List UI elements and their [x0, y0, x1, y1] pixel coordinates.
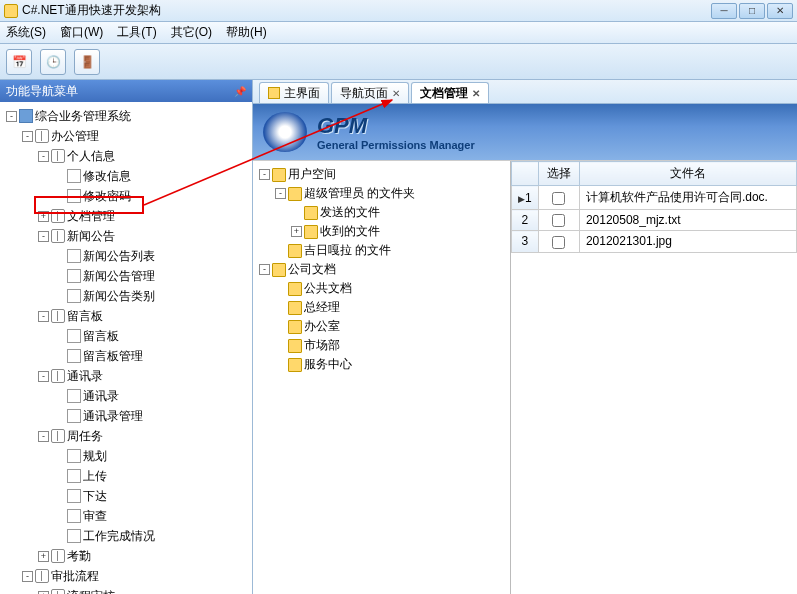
- banner-title: GPM: [317, 113, 475, 139]
- tree-item[interactable]: 新闻公告类别: [54, 286, 250, 306]
- tab-label: 文档管理: [420, 85, 468, 102]
- menu-other[interactable]: 其它(O): [171, 24, 212, 41]
- tree-expander-icon[interactable]: +: [38, 591, 49, 595]
- tree-item[interactable]: 服务中心: [275, 355, 508, 374]
- menu-tools[interactable]: 工具(T): [117, 24, 156, 41]
- tree-item[interactable]: 吉日嘎拉 的文件: [275, 241, 508, 260]
- tree-expander-icon[interactable]: -: [38, 431, 49, 442]
- book-icon: [51, 369, 65, 383]
- tree-item[interactable]: 新闻公告管理: [54, 266, 250, 286]
- tree-expander-icon[interactable]: -: [259, 264, 270, 275]
- table-row[interactable]: 32012021301.jpg: [512, 231, 797, 252]
- file-table-wrap: 选择文件名1计算机软件产品使用许可合同.doc.220120508_mjz.tx…: [511, 161, 797, 594]
- table-row[interactable]: 1计算机软件产品使用许可合同.doc.: [512, 186, 797, 210]
- file-icon: [67, 249, 81, 263]
- tree-item[interactable]: -公司文档: [259, 260, 508, 279]
- pin-icon[interactable]: 📌: [234, 86, 246, 97]
- tree-item[interactable]: 市场部: [275, 336, 508, 355]
- tree-item[interactable]: 新闻公告列表: [54, 246, 250, 266]
- tree-expander-icon[interactable]: -: [22, 131, 33, 142]
- tree-item[interactable]: -个人信息: [38, 146, 250, 166]
- menu-help[interactable]: 帮助(H): [226, 24, 267, 41]
- tree-expander-icon[interactable]: -: [38, 151, 49, 162]
- row-checkbox[interactable]: [552, 236, 565, 249]
- tab[interactable]: 主界面: [259, 82, 329, 103]
- exit-icon[interactable]: 🚪: [74, 49, 100, 75]
- tree-item[interactable]: -办公管理: [22, 126, 250, 146]
- toolbar: 📅 🕒 🚪: [0, 44, 797, 80]
- tab-close-icon[interactable]: ✕: [472, 88, 480, 99]
- menu-window[interactable]: 窗口(W): [60, 24, 103, 41]
- tree-item[interactable]: 通讯录: [54, 386, 250, 406]
- tree-expander-icon[interactable]: -: [6, 111, 17, 122]
- tree-item[interactable]: +收到的文件: [291, 222, 508, 241]
- cell-filename: 计算机软件产品使用许可合同.doc.: [579, 186, 796, 210]
- tree-item[interactable]: 公共文档: [275, 279, 508, 298]
- folder-icon: [304, 225, 318, 239]
- column-header[interactable]: 文件名: [579, 162, 796, 186]
- tree-item[interactable]: 修改信息: [54, 166, 250, 186]
- tree-expander-icon[interactable]: -: [275, 188, 286, 199]
- row-selector-icon: [518, 191, 525, 205]
- tree-item[interactable]: +考勤: [38, 546, 250, 566]
- tab-close-icon[interactable]: ✕: [392, 88, 400, 99]
- book-icon: [51, 589, 65, 594]
- menu-system[interactable]: 系统(S): [6, 24, 46, 41]
- row-checkbox[interactable]: [552, 192, 565, 205]
- tree-item[interactable]: 审查: [54, 506, 250, 526]
- tree-item[interactable]: +文档管理: [38, 206, 250, 226]
- row-checkbox[interactable]: [552, 214, 565, 227]
- tree-expander-icon[interactable]: +: [38, 551, 49, 562]
- tree-item[interactable]: +流程审核: [38, 586, 250, 594]
- tree-expander-icon[interactable]: +: [38, 211, 49, 222]
- tree-label: 吉日嘎拉 的文件: [304, 242, 391, 259]
- tree-item[interactable]: 总经理: [275, 298, 508, 317]
- tree-expander-icon[interactable]: +: [291, 226, 302, 237]
- tree-label: 发送的文件: [320, 204, 380, 221]
- tree-item[interactable]: -周任务: [38, 426, 250, 446]
- tree-item[interactable]: 下达: [54, 486, 250, 506]
- tree-item[interactable]: 留言板: [54, 326, 250, 346]
- tab-label: 导航页面: [340, 85, 388, 102]
- tree-label: 新闻公告类别: [83, 287, 155, 305]
- tree-label: 审查: [83, 507, 107, 525]
- tree-expander-icon[interactable]: -: [38, 231, 49, 242]
- tree-expander-icon[interactable]: -: [38, 311, 49, 322]
- tree-item[interactable]: -用户空间: [259, 165, 508, 184]
- tree-item[interactable]: -留言板: [38, 306, 250, 326]
- tree-item[interactable]: -超级管理员 的文件夹: [275, 184, 508, 203]
- minimize-button[interactable]: ─: [711, 3, 737, 19]
- tree-expander-icon[interactable]: -: [22, 571, 33, 582]
- cell-filename: 20120508_mjz.txt: [579, 210, 796, 231]
- tree-item[interactable]: -通讯录: [38, 366, 250, 386]
- home-icon: [268, 87, 280, 99]
- tree-item[interactable]: 修改密码: [54, 186, 250, 206]
- tree-item[interactable]: 通讯录管理: [54, 406, 250, 426]
- tab-label: 主界面: [284, 85, 320, 102]
- book-icon: [35, 569, 49, 583]
- folder-icon: [288, 339, 302, 353]
- tree-expander-icon[interactable]: -: [38, 371, 49, 382]
- tree-item[interactable]: 规划: [54, 446, 250, 466]
- tree-item[interactable]: 发送的文件: [291, 203, 508, 222]
- book-icon: [51, 549, 65, 563]
- tree-item[interactable]: 工作完成情况: [54, 526, 250, 546]
- tree-item[interactable]: 留言板管理: [54, 346, 250, 366]
- tree-item[interactable]: 办公室: [275, 317, 508, 336]
- clock-icon[interactable]: 🕒: [40, 49, 66, 75]
- tree-item[interactable]: -审批流程: [22, 566, 250, 586]
- tree-item[interactable]: -综合业务管理系统: [6, 106, 250, 126]
- tree-expander-icon[interactable]: -: [259, 169, 270, 180]
- file-icon: [67, 389, 81, 403]
- tab[interactable]: 导航页面✕: [331, 82, 409, 103]
- tab[interactable]: 文档管理✕: [411, 82, 489, 103]
- cell-select: [538, 231, 579, 252]
- maximize-button[interactable]: □: [739, 3, 765, 19]
- column-header[interactable]: 选择: [538, 162, 579, 186]
- tree-item[interactable]: 上传: [54, 466, 250, 486]
- table-row[interactable]: 220120508_mjz.txt: [512, 210, 797, 231]
- tree-item[interactable]: -新闻公告: [38, 226, 250, 246]
- file-icon: [67, 529, 81, 543]
- calendar-icon[interactable]: 📅: [6, 49, 32, 75]
- close-button[interactable]: ✕: [767, 3, 793, 19]
